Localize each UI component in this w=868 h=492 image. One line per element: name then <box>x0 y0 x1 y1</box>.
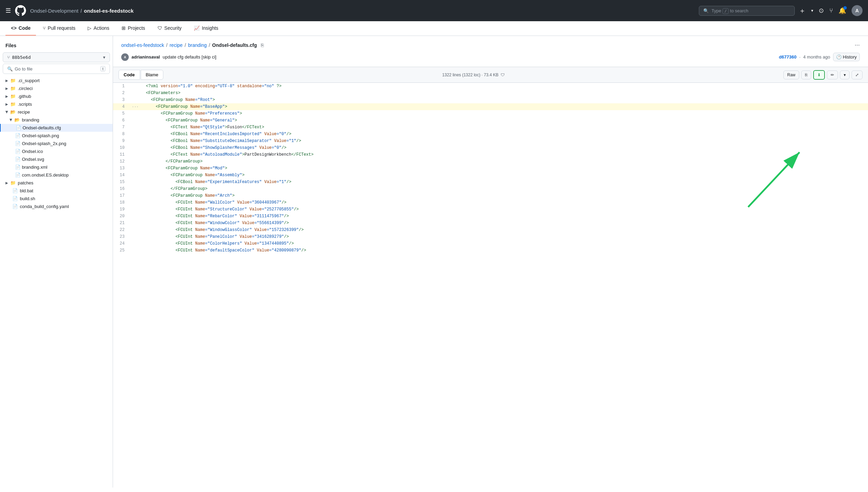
tab-security[interactable]: 🛡 Security <box>152 21 187 36</box>
user-avatar[interactable]: A <box>852 5 863 16</box>
code-tab[interactable]: Code <box>118 70 140 80</box>
line-number[interactable]: 25 <box>113 247 130 254</box>
global-search[interactable]: 🔍 Type / to search <box>699 6 795 16</box>
projects-tab-label: Projects <box>128 25 145 31</box>
line-number[interactable]: 3 <box>113 96 130 103</box>
sidebar-item-ondsel-defaults-cfg[interactable]: 📄 Ondsel-defaults.cfg <box>0 124 113 132</box>
line-number[interactable]: 11 <box>113 151 130 158</box>
file-icon: 📄 <box>15 157 20 162</box>
notifications-icon[interactable]: 🔔 <box>839 7 846 14</box>
line-number[interactable]: 21 <box>113 220 130 226</box>
clock-icon: 🕐 <box>836 54 842 60</box>
plus-icon[interactable]: ＋ <box>799 6 806 15</box>
line-number[interactable]: 19 <box>113 206 130 213</box>
hamburger-icon[interactable]: ☰ <box>5 7 11 14</box>
edit-button[interactable]: ✏ <box>827 70 838 79</box>
line-number[interactable]: 16 <box>113 185 130 192</box>
item-label: bld.bat <box>20 188 33 193</box>
sidebar-item-conda-build-config[interactable]: 📄 📄 conda_build_config.yaml <box>0 203 113 210</box>
file-icon: 📄 <box>15 149 20 154</box>
chevron-icon: ▶ <box>5 79 8 82</box>
edit-chevron[interactable]: ▾ <box>840 70 850 79</box>
line-number[interactable]: 2 <box>113 90 130 96</box>
timer-icon[interactable]: ⊙ <box>819 7 824 14</box>
line-number[interactable]: 20 <box>113 213 130 220</box>
expand-button[interactable]: ⤢ <box>852 70 863 79</box>
sidebar-item-ondsel-splash-2x[interactable]: 📄 Ondsel-splash_2x.png <box>0 140 113 147</box>
line-number[interactable]: 17 <box>113 192 130 199</box>
line-number[interactable]: 18 <box>113 199 130 206</box>
sidebar-item-scripts[interactable]: ▶ 📁 .scripts <box>0 100 113 108</box>
copy-raw-button[interactable]: ⎘ <box>801 70 811 79</box>
repo-name[interactable]: ondsel-es-feedstock <box>84 8 134 14</box>
line-number[interactable]: 12 <box>113 158 130 165</box>
breadcrumb-recipe[interactable]: recipe <box>169 42 183 48</box>
table-row: 1<?xml version="1.0" encoding="UTF-8" st… <box>113 83 868 90</box>
breadcrumb-root[interactable]: ondsel-es-feedstock <box>121 42 164 48</box>
commit-hash[interactable]: d677360 <box>779 54 796 60</box>
pr-tab-label: Pull requests <box>48 25 75 31</box>
line-number[interactable]: 4 <box>113 103 130 110</box>
raw-button[interactable]: Raw <box>783 70 799 79</box>
sidebar-item-patches[interactable]: ▶ 📁 patches <box>0 179 113 187</box>
commit-message: update cfg defaults [skip ci] <box>163 54 216 60</box>
tab-code[interactable]: <> Code <box>5 21 36 36</box>
line-content: <FCUInt Name="WindowGlassColor" Value="1… <box>140 226 868 233</box>
line-number[interactable]: 22 <box>113 226 130 233</box>
line-number[interactable]: 15 <box>113 179 130 185</box>
table-row: 19 <FCUInt Name="StructureColor" Value="… <box>113 206 868 213</box>
item-label: patches <box>18 180 34 185</box>
commit-author[interactable]: adrianinsaval <box>131 54 160 60</box>
line-content: <FCBool Name="SubstituteDecimalSeparator… <box>140 138 868 144</box>
line-content: <FCParamGroup Name="Preferences"> <box>140 110 868 117</box>
blame-tab[interactable]: Blame <box>141 70 164 80</box>
table-row: 10 <FCBool Name="ShowSplasherMessages" V… <box>113 144 868 151</box>
breadcrumb-branding[interactable]: branding <box>188 42 207 48</box>
sidebar-item-branding-xml[interactable]: 📄 branding.xml <box>0 163 113 171</box>
org-name[interactable]: Ondsel-Development <box>30 8 78 14</box>
line-number[interactable]: 24 <box>113 240 130 247</box>
item-label: build.sh <box>20 196 35 201</box>
sidebar-item-branding[interactable]: ▶ 📂 branding <box>0 116 113 124</box>
line-number[interactable]: 23 <box>113 233 130 240</box>
line-expand-btn[interactable]: ··· <box>130 103 140 110</box>
sidebar-item-ondsel-svg[interactable]: 📄 Ondsel.svg <box>0 155 113 163</box>
sidebar-item-circleci[interactable]: ▶ 📁 .circleci <box>0 85 113 92</box>
copy-path-icon[interactable]: ⎘ <box>261 42 264 48</box>
sidebar-item-recipe[interactable]: ▶ 📂 recipe <box>0 108 113 116</box>
pulls-icon[interactable]: ⑂ <box>829 7 833 14</box>
file-icon2: 📄 <box>12 204 18 209</box>
sidebar-item-ci-support[interactable]: ▶ 📁 .ci_support <box>0 77 113 85</box>
line-content: <FCParamGroup Name="Assembly"> <box>140 172 868 179</box>
history-button[interactable]: 🕐 History <box>833 53 860 61</box>
line-content: <FCParamGroup Name="Arch"> <box>140 192 868 199</box>
go-to-file-search[interactable]: 🔍 Go to file t <box>3 64 110 74</box>
line-number[interactable]: 9 <box>113 138 130 144</box>
table-row: 4··· <FCParamGroup Name="BaseApp"> <box>113 103 868 110</box>
tab-projects[interactable]: ⊞ Projects <box>116 21 151 36</box>
sidebar-item-com-ondsel-es-desktop[interactable]: 📄 com.ondsel.ES.desktop <box>0 171 113 179</box>
sidebar-item-ondsel-ico[interactable]: 📄 Ondsel.ico <box>0 147 113 155</box>
line-number[interactable]: 14 <box>113 172 130 179</box>
chevron-down-icon[interactable]: ▾ <box>811 8 813 13</box>
line-number[interactable]: 1 <box>113 83 130 90</box>
tab-pull-requests[interactable]: ⑂ Pull requests <box>37 21 81 36</box>
line-number[interactable]: 13 <box>113 165 130 172</box>
branch-selector[interactable]: ⑂ 88b5e6d ▾ <box>3 52 110 62</box>
table-row: 9 <FCBool Name="SubstituteDecimalSeparat… <box>113 138 868 144</box>
line-number[interactable]: 6 <box>113 117 130 124</box>
tab-insights[interactable]: 📈 Insights <box>188 21 224 36</box>
line-number[interactable]: 7 <box>113 124 130 131</box>
more-options-icon[interactable]: ··· <box>855 41 860 49</box>
download-button[interactable]: ⬇ <box>813 70 825 80</box>
sidebar-item-bld-bat[interactable]: 📄 📄 bld.bat <box>0 187 113 195</box>
line-number[interactable]: 10 <box>113 144 130 151</box>
line-number[interactable]: 5 <box>113 110 130 117</box>
breadcrumb-sep2: / <box>185 42 186 48</box>
line-content: <FCBool Name="ShowSplasherMessages" Valu… <box>140 144 868 151</box>
sidebar-item-ondsel-splash-png[interactable]: 📄 Ondsel-splash.png <box>0 132 113 140</box>
sidebar-item-github[interactable]: ▶ 📁 .github <box>0 92 113 100</box>
sidebar-item-build-sh[interactable]: 📄 📄 build.sh <box>0 195 113 203</box>
tab-actions[interactable]: ▷ Actions <box>82 21 115 36</box>
line-number[interactable]: 8 <box>113 131 130 138</box>
